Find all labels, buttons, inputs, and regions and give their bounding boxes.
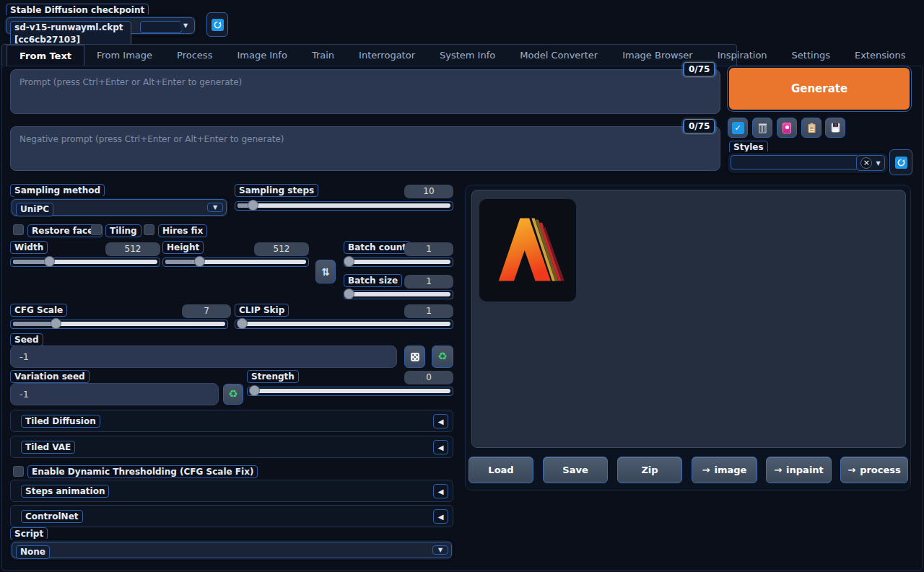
- tab-process[interactable]: Process: [165, 45, 225, 66]
- clear-icon[interactable]: ×: [860, 157, 872, 169]
- tab-system-info[interactable]: System Info: [427, 45, 507, 66]
- clip-skip-slider[interactable]: [235, 320, 453, 329]
- dynamic-thresholding-checkbox[interactable]: [13, 466, 24, 477]
- sampling-steps-label: Sampling steps: [235, 184, 318, 197]
- script-value[interactable]: None: [16, 545, 50, 559]
- variation-seed-input[interactable]: [10, 383, 219, 405]
- clip-skip-value[interactable]: 1: [404, 304, 453, 318]
- sampling-steps-value[interactable]: 10: [404, 185, 453, 198]
- cfg-scale-slider[interactable]: [10, 320, 228, 329]
- arrow-right-icon: →: [774, 465, 782, 475]
- styles-label: Styles: [729, 141, 768, 154]
- width-value[interactable]: 512: [105, 242, 160, 256]
- check-icon: ✓: [732, 122, 744, 134]
- height-value[interactable]: 512: [254, 242, 309, 256]
- tab-from-text[interactable]: From Text: [6, 45, 84, 66]
- styles-input[interactable]: [731, 155, 859, 170]
- load-button-label: Load: [488, 465, 513, 475]
- floppy-icon: [831, 123, 840, 133]
- zip-button[interactable]: Zip: [617, 457, 682, 483]
- height-slider[interactable]: [162, 258, 309, 267]
- swap-dimensions-button[interactable]: ⇅: [315, 260, 336, 283]
- sampling-method-label: Sampling method: [10, 184, 105, 197]
- random-seed-button[interactable]: [404, 346, 425, 368]
- strength-value[interactable]: 0: [404, 371, 453, 384]
- tab-train[interactable]: Train: [300, 45, 346, 66]
- read-params-button[interactable]: ✓: [728, 118, 748, 138]
- cfg-scale-value[interactable]: 7: [182, 304, 231, 318]
- output-panel: Load Save Zip → image → inpaint → proces…: [465, 185, 911, 490]
- chevron-left-icon[interactable]: ◀: [433, 440, 448, 454]
- batch-size-slider[interactable]: [344, 290, 453, 299]
- app-logo: [489, 212, 566, 289]
- tab-image-info[interactable]: Image Info: [225, 45, 299, 66]
- reuse-variation-seed-button[interactable]: ♻: [223, 384, 243, 405]
- send-to-process-label: process: [860, 465, 901, 475]
- chevron-down-icon[interactable]: ▼: [180, 21, 191, 30]
- tab-model-converter[interactable]: Model Converter: [507, 45, 610, 66]
- arrow-right-icon: →: [847, 465, 855, 475]
- checkpoint-label: Stable Diffusion checkpoint: [6, 4, 149, 17]
- checkpoint-dropdown-field[interactable]: sd-v15-runwayml.ckpt [cc6cb27103] ▼: [6, 17, 195, 34]
- steps-animation-accordion[interactable]: Steps animation ◀: [10, 480, 453, 502]
- strength-slider[interactable]: [247, 387, 453, 396]
- controlnet-accordion[interactable]: ControlNet ◀: [10, 505, 453, 527]
- script-dropdown[interactable]: None ▼: [10, 540, 453, 560]
- styles-refresh-button[interactable]: [889, 149, 912, 175]
- chevron-down-icon[interactable]: ▼: [432, 545, 448, 555]
- sampling-method-value[interactable]: UniPC: [16, 203, 53, 216]
- reuse-seed-button[interactable]: ♻: [432, 346, 453, 368]
- swap-arrows-icon: ⇅: [321, 266, 330, 278]
- hires-fix-checkbox[interactable]: [144, 224, 154, 235]
- variation-seed-label: Variation seed: [10, 370, 90, 383]
- tiled-diffusion-accordion[interactable]: Tiled Diffusion ◀: [10, 410, 453, 432]
- prompt-input[interactable]: [10, 69, 720, 114]
- extra-networks-button[interactable]: [777, 118, 797, 138]
- tab-bar: From Text From Image Process Image Info …: [1, 44, 737, 66]
- output-gallery[interactable]: [471, 190, 906, 448]
- clear-prompt-button[interactable]: [752, 118, 772, 138]
- send-to-image-button[interactable]: → image: [692, 457, 757, 483]
- batch-size-value[interactable]: 1: [404, 275, 453, 289]
- checkpoint-value[interactable]: sd-v15-runwayml.ckpt [cc6cb27103]: [10, 21, 131, 47]
- gallery-thumbnail[interactable]: [479, 199, 576, 302]
- batch-count-value[interactable]: 1: [404, 242, 453, 256]
- chevron-left-icon[interactable]: ◀: [433, 414, 448, 428]
- tab-settings[interactable]: Settings: [780, 45, 842, 66]
- sampling-method-dropdown[interactable]: UniPC ▼: [10, 198, 228, 217]
- send-to-inpaint-button[interactable]: → inpaint: [766, 457, 832, 483]
- batch-size-label: Batch size: [344, 274, 402, 287]
- chevron-down-icon[interactable]: ▼: [207, 203, 223, 212]
- chevron-left-icon[interactable]: ◀: [433, 509, 448, 524]
- save-style-button[interactable]: [825, 118, 845, 138]
- tab-extensions[interactable]: Extensions: [842, 45, 918, 66]
- checkpoint-refresh-button[interactable]: [206, 12, 228, 37]
- script-label: Script: [10, 527, 48, 540]
- dice-icon: [410, 352, 420, 362]
- seed-input[interactable]: [10, 346, 397, 368]
- tab-interrogator[interactable]: Interrogator: [346, 45, 427, 66]
- negative-prompt-input[interactable]: [10, 126, 720, 171]
- width-slider[interactable]: [10, 258, 160, 267]
- send-to-process-button[interactable]: → process: [840, 457, 908, 483]
- load-button[interactable]: Load: [468, 457, 533, 483]
- restore-faces-checkbox[interactable]: [13, 224, 24, 235]
- tab-inspiration[interactable]: Inspiration: [705, 45, 780, 66]
- steps-animation-label: Steps animation: [21, 485, 109, 498]
- batch-count-slider[interactable]: [344, 258, 453, 267]
- chevron-left-icon[interactable]: ◀: [433, 484, 448, 498]
- chevron-down-icon[interactable]: ▼: [876, 160, 880, 167]
- apply-style-button[interactable]: [801, 118, 821, 138]
- styles-dropdown[interactable]: × ▼: [728, 153, 888, 173]
- tiling-checkbox[interactable]: [91, 224, 102, 235]
- negative-token-counter: 0/75: [683, 119, 715, 133]
- tiled-vae-accordion[interactable]: Tiled VAE ◀: [10, 436, 453, 458]
- prompt-box: [10, 69, 720, 114]
- sampling-steps-slider[interactable]: [235, 201, 453, 211]
- save-button[interactable]: Save: [543, 457, 608, 483]
- tab-from-image[interactable]: From Image: [84, 45, 165, 66]
- generate-button[interactable]: Generate: [728, 66, 911, 111]
- checkpoint-dropdown[interactable]: sd-v15-runwayml.ckpt [cc6cb27103] ▼: [4, 16, 196, 35]
- checkpoint-search-input[interactable]: [140, 21, 182, 33]
- prompt-token-counter: 0/75: [683, 62, 715, 76]
